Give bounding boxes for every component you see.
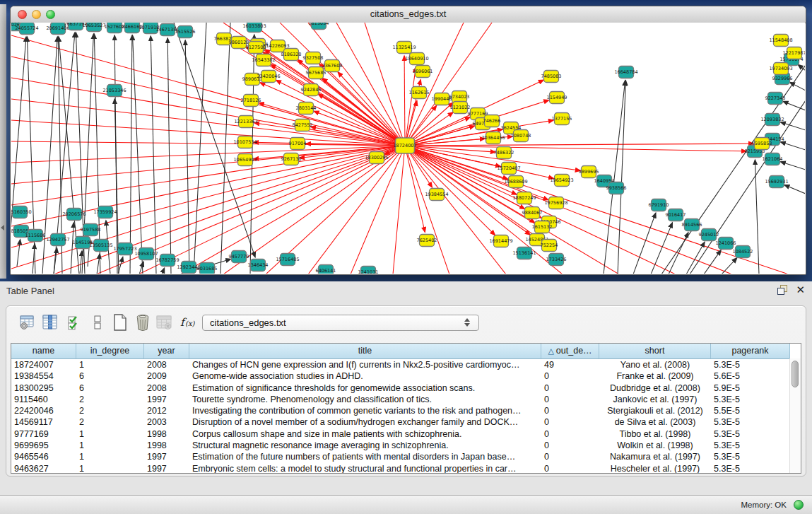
table-cell[interactable]: Disruption of a novel member of a sodium… xyxy=(189,416,541,428)
table-cell[interactable]: 0 xyxy=(541,370,599,382)
table-cell[interactable]: 14569117 xyxy=(11,416,76,428)
table-cell[interactable]: 0 xyxy=(541,451,599,462)
citation-edge-black[interactable] xyxy=(780,122,805,130)
table-cell[interactable]: 9699695 xyxy=(11,440,76,451)
citation-network-graph[interactable]: 1602608240557242069140626637194106535271… xyxy=(11,23,805,274)
table-cell[interactable]: 2 xyxy=(76,405,144,416)
table-row[interactable]: 946362711997Embryonic stem cells: a mode… xyxy=(11,463,801,474)
citation-edge-black[interactable] xyxy=(17,240,20,267)
citation-edge-red[interactable] xyxy=(405,146,449,274)
citation-edge-black[interactable] xyxy=(704,250,721,274)
table-cell[interactable]: 1 xyxy=(76,359,144,370)
table-cell[interactable]: Franke et al. (2009) xyxy=(599,370,711,382)
table-cell[interactable]: Hescheler et al. (1997) xyxy=(599,463,711,474)
table-cell[interactable]: 9777169 xyxy=(11,428,76,440)
table-cell[interactable]: Tibbo et al. (1998) xyxy=(599,428,711,440)
show-columns-icon[interactable] xyxy=(41,313,59,332)
table-cell[interactable]: 5.3E-5 xyxy=(711,416,790,428)
citation-edge-black[interactable] xyxy=(97,254,100,274)
table-cell[interactable]: 9465546 xyxy=(11,451,76,462)
citation-edge-black[interactable] xyxy=(780,142,805,150)
table-cell[interactable]: Embryonic stem cells: a model to study s… xyxy=(189,463,541,474)
citation-edge-red[interactable] xyxy=(405,146,495,235)
citation-edge-black[interactable] xyxy=(185,40,189,274)
table-cell[interactable]: 0 xyxy=(541,463,599,474)
table-cell[interactable]: 2012 xyxy=(144,405,189,416)
network-canvas[interactable]: 1602608240557242069140626637194106535271… xyxy=(11,23,805,274)
table-cell[interactable]: 22420046 xyxy=(11,405,76,416)
column-header-title[interactable]: title xyxy=(189,344,541,358)
citation-edge-black[interactable] xyxy=(33,244,35,274)
table-cell[interactable]: Wolkin et al. (1998) xyxy=(599,440,711,451)
table-row[interactable]: 1872400712008Changes of HCN gene express… xyxy=(11,359,801,370)
delete-column-icon[interactable] xyxy=(134,313,152,332)
citation-edge-red[interactable] xyxy=(405,146,789,274)
table-cell[interactable]: 2003 xyxy=(144,416,189,428)
network-window-titlebar[interactable]: citations_edges.txt xyxy=(11,6,806,23)
select-columns-icon[interactable] xyxy=(66,313,84,332)
table-cell[interactable]: Tourette syndrome. Phenomenology and cla… xyxy=(189,394,541,405)
scrollbar-thumb[interactable] xyxy=(792,361,799,387)
table-row[interactable]: 1830029562008Estimation of significance … xyxy=(11,382,801,394)
table-cell[interactable]: 0 xyxy=(541,382,599,394)
table-cell[interactable]: Changes of HCN gene expression and I(f) … xyxy=(189,359,541,370)
table-cell[interactable]: 1 xyxy=(76,463,144,474)
table-cell[interactable]: 5.3E-5 xyxy=(711,394,790,405)
table-row[interactable]: 977716911998Corpus callosum shape and si… xyxy=(11,428,801,440)
table-cell[interactable]: 49 xyxy=(541,359,599,370)
table-cell[interactable]: 2008 xyxy=(144,382,189,394)
citation-edge-black[interactable] xyxy=(686,242,705,274)
table-cell[interactable]: Dudbridge et al. (2008) xyxy=(599,382,711,394)
table-cell[interactable]: 6 xyxy=(76,382,144,394)
table-cell[interactable]: Jankovic et al. (1997) xyxy=(599,394,711,405)
table-cell[interactable]: 1997 xyxy=(144,463,189,474)
citation-edge-black[interactable] xyxy=(651,223,672,274)
citation-edge-red[interactable] xyxy=(405,146,746,151)
table-cell[interactable]: 1998 xyxy=(144,428,189,440)
citation-edge-red[interactable] xyxy=(11,146,405,269)
row-options-icon[interactable] xyxy=(88,313,107,332)
table-cell[interactable]: Nakamura et al. (1997) xyxy=(599,451,711,462)
table-cell[interactable]: Yano et al. (2008) xyxy=(599,359,711,370)
citation-edge-black[interactable] xyxy=(80,251,82,274)
table-cell[interactable]: 5.3E-5 xyxy=(711,451,790,462)
citation-edge-black[interactable] xyxy=(194,23,206,274)
table-cell[interactable]: 0 xyxy=(541,394,599,405)
expand-panel-icon[interactable] xyxy=(1,225,4,230)
table-cell[interactable]: 1 xyxy=(76,440,144,451)
citation-edge-black[interactable] xyxy=(669,233,688,274)
table-cell[interactable]: 5.3E-5 xyxy=(711,359,790,370)
table-cell[interactable]: Structural magnetic resonance image aver… xyxy=(189,440,541,451)
float-panel-icon[interactable] xyxy=(777,285,787,295)
function-builder-icon[interactable]: f(x) xyxy=(179,313,197,332)
citation-edge-red[interactable] xyxy=(405,146,732,274)
table-mode-icon[interactable] xyxy=(18,313,37,332)
citation-edge-black[interactable] xyxy=(784,185,805,194)
new-column-icon[interactable] xyxy=(111,313,129,332)
table-cell[interactable]: 9463627 xyxy=(11,463,76,474)
citation-edge-black[interactable] xyxy=(71,223,73,274)
table-cell[interactable]: 5.3E-5 xyxy=(711,440,790,451)
table-cell[interactable]: 5.5E-5 xyxy=(711,405,790,416)
citation-edge-red[interactable] xyxy=(308,146,405,274)
column-header-name[interactable]: name xyxy=(11,344,76,358)
citation-edge-red[interactable] xyxy=(393,146,405,274)
vertical-scrollbar[interactable] xyxy=(789,358,801,473)
citation-edge-black[interactable] xyxy=(790,82,805,90)
delete-table-icon[interactable] xyxy=(155,313,174,332)
citation-edge-black[interactable] xyxy=(130,35,132,274)
table-cell[interactable]: 0 xyxy=(541,405,599,416)
citation-edge-red[interactable] xyxy=(139,146,405,274)
table-row[interactable]: 911546021997Tourette syndrome. Phenomeno… xyxy=(11,394,801,405)
citation-edge-red[interactable] xyxy=(260,83,405,146)
table-cell[interactable]: 5.9E-5 xyxy=(711,382,790,394)
table-cell[interactable]: 2 xyxy=(76,416,144,428)
table-row[interactable]: 946554611997Estimation of the future num… xyxy=(11,451,801,462)
column-header-year[interactable]: year xyxy=(144,344,189,358)
table-cell[interactable]: Stergiakouli et al. (2012) xyxy=(599,405,711,416)
table-cell[interactable]: 9115460 xyxy=(11,394,76,405)
table-cell[interactable]: 19384554 xyxy=(11,370,76,382)
citation-edge-black[interactable] xyxy=(755,160,759,274)
table-cell[interactable]: 0 xyxy=(541,428,599,440)
table-select-dropdown[interactable]: citations_edges.txt xyxy=(202,315,479,331)
